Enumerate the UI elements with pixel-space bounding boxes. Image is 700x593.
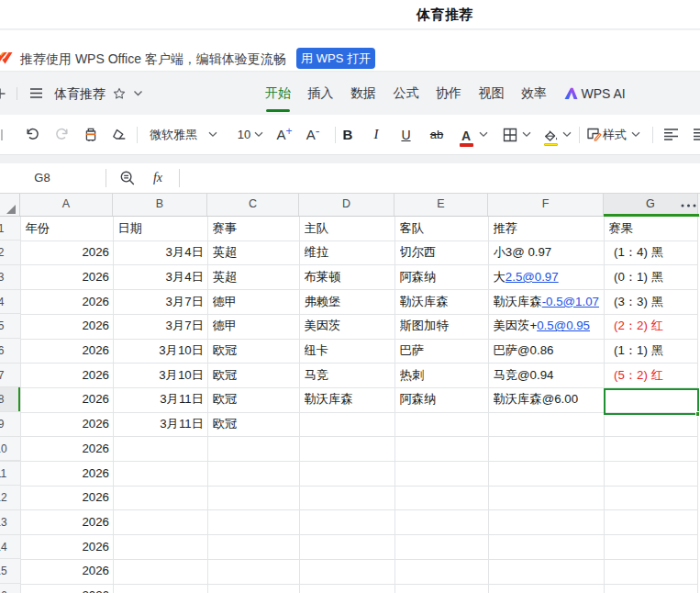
styles-label[interactable]: 样式 [602,115,628,154]
cell-A3[interactable]: 2026 [22,265,109,290]
borders-icon[interactable] [501,115,519,154]
undo-icon[interactable] [23,115,41,154]
tab-插入[interactable]: 插入 [308,73,334,115]
cell-D1[interactable]: 主队 [305,217,394,241]
cell-F3[interactable]: 大2.5@0.97 [494,265,603,290]
row-header-11[interactable]: 11 [0,462,20,487]
cell-B6[interactable]: 3月10日 [115,339,204,364]
column-header-C[interactable]: C [207,194,299,216]
font-name-select[interactable]: 微软雅黑 [150,115,201,154]
cell-A15[interactable]: 2026 [22,559,109,584]
chevron-down-icon[interactable] [478,115,489,154]
cell-F6[interactable]: 巴萨@0.86 [494,339,603,364]
cell-E2[interactable]: 切尔西 [400,241,487,265]
formula-input[interactable] [183,163,697,193]
row-header-13[interactable]: 13 [0,510,20,535]
fx-icon[interactable]: fx [147,163,169,193]
row-header-5[interactable]: 5 [0,314,20,339]
row-header-14[interactable]: 14 [0,535,20,560]
tab-公式[interactable]: 公式 [394,73,419,115]
tab-视图[interactable]: 视图 [479,73,505,115]
cell-D5[interactable]: 美因茨 [305,314,394,339]
cell-B5[interactable]: 3月7日 [115,314,204,339]
column-header-E[interactable]: E [394,194,488,216]
fill-handle[interactable] [695,411,700,417]
magnifier-icon[interactable] [119,170,136,186]
cell-link[interactable]: 2.5@0.97 [506,270,559,284]
cell-F1[interactable]: 推荐 [494,217,603,241]
cell-D6[interactable]: 纽卡 [305,339,394,364]
cell-F2[interactable]: 小3@ 0.97 [494,241,603,265]
cell-E7[interactable]: 热刺 [400,364,487,388]
open-in-wps-button[interactable]: 用 WPS 打开 [296,48,375,69]
cell-A16[interactable]: 2026 [22,584,109,593]
row-header-4[interactable]: 4 [0,290,20,315]
cell-G6[interactable]: (1：1) 黑 [614,339,695,364]
align-center-icon[interactable] [691,115,700,154]
cell-E4[interactable]: 勒沃库森 [400,290,487,315]
cell-C9[interactable]: 欧冠 [213,412,298,437]
strikethrough-button[interactable]: ab [427,115,447,154]
cell-B4[interactable]: 3月7日 [115,290,204,315]
column-header-D[interactable]: D [299,194,394,216]
chevron-down-icon[interactable] [253,115,264,154]
cell-G1[interactable]: 赛果 [609,217,696,241]
cell-A14[interactable]: 2026 [22,535,109,560]
tab-协作[interactable]: 协作 [436,73,461,115]
tab-wps-ai[interactable]: WPS AI [564,73,626,115]
cell-E5[interactable]: 斯图加特 [400,314,487,339]
row-header-7[interactable]: 7 [0,364,20,388]
row-header-10[interactable]: 10 [0,437,20,462]
cell-C5[interactable]: 德甲 [213,314,298,339]
cell-F7[interactable]: 马竞@0.94 [494,364,603,388]
cell-A5[interactable]: 2026 [22,314,109,339]
cell-styles-icon[interactable] [585,115,602,154]
cell-A13[interactable]: 2026 [22,510,109,535]
cell-link[interactable]: -0.5@1.07 [542,295,599,308]
cell-C2[interactable]: 英超 [213,241,298,265]
row-header-2[interactable]: 2 [0,241,20,265]
cell-B2[interactable]: 3月4日 [115,241,204,265]
column-header-B[interactable]: B [113,194,207,216]
row-header-12[interactable]: 12 [0,486,20,510]
cell-C1[interactable]: 赛事 [213,217,298,241]
hamburger-icon[interactable] [29,86,43,100]
cell-A4[interactable]: 2026 [22,290,109,315]
cell-D2[interactable]: 维拉 [305,241,394,265]
chevron-down-icon[interactable] [561,115,572,154]
increase-font-button[interactable]: A + [274,115,294,154]
cell-B9[interactable]: 3月11日 [115,412,204,437]
fill-color-icon[interactable] [541,115,560,154]
star-icon[interactable] [113,87,126,100]
row-header-3[interactable]: 3 [0,265,20,290]
cell-G7[interactable]: (5：2) 红 [614,364,695,388]
cell-G5[interactable]: (2：2) 红 [614,314,695,339]
name-box[interactable]: G8 [0,163,84,193]
chevron-down-icon[interactable] [521,115,532,154]
row-header-8[interactable]: 8 [0,387,20,412]
align-left-icon[interactable] [661,115,680,154]
cell-F5[interactable]: 美因茨+0.5@0.95 [494,314,603,339]
cell-D3[interactable]: 布莱顿 [305,265,394,290]
ellipsis-icon[interactable] [681,204,696,207]
cell-A12[interactable]: 2026 [22,486,109,510]
bold-button[interactable]: B [339,115,357,154]
row-header-9[interactable]: 9 [0,412,20,437]
cell-A7[interactable]: 2026 [22,364,109,388]
eraser-icon[interactable] [109,115,128,154]
column-header-F[interactable]: F [488,194,604,216]
plus-icon[interactable] [0,86,7,101]
cell-A8[interactable]: 2026 [22,387,109,412]
row-header-16[interactable]: 16 [0,584,20,593]
cell-B3[interactable]: 3月4日 [115,265,204,290]
chevron-down-icon[interactable] [133,90,143,97]
cell-G3[interactable]: (0：1) 黑 [614,265,695,290]
cell-A11[interactable]: 2026 [22,462,109,487]
cell-E6[interactable]: 巴萨 [400,339,487,364]
cell-C8[interactable]: 欧冠 [213,387,298,412]
cell-B1[interactable]: 日期 [118,217,206,241]
cell-E1[interactable]: 客队 [400,217,487,241]
row-header-15[interactable]: 15 [0,559,20,584]
selected-cell-G8[interactable] [604,388,700,415]
cell-B8[interactable]: 3月11日 [115,387,204,412]
